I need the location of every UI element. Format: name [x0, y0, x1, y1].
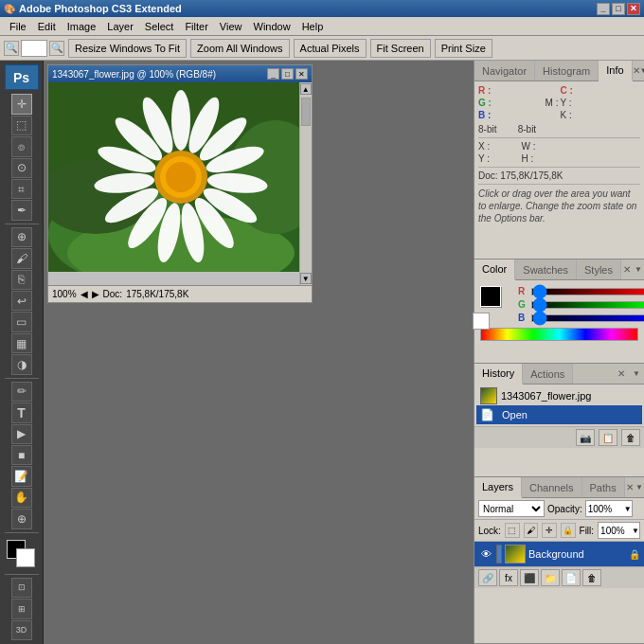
blend-mode-select[interactable]: Normal [478, 500, 545, 517]
history-snap-icon: 📄 [480, 408, 494, 421]
fit-screen-button[interactable]: Fit Screen [370, 39, 431, 58]
menu-edit[interactable]: Edit [32, 19, 62, 34]
new-group-button[interactable]: 📁 [541, 569, 560, 586]
fill-label: Fill: [580, 526, 595, 536]
history-item-open[interactable]: 📄 Open [476, 405, 642, 424]
add-mask-button[interactable]: ⬛ [520, 569, 539, 586]
spot-heal-tool[interactable]: ⊕ [11, 227, 32, 247]
quick-mask-tool[interactable]: ⊡ [11, 578, 32, 598]
print-size-button[interactable]: Print Size [435, 39, 492, 58]
tab-histogram[interactable]: Histogram [535, 61, 599, 80]
close-button[interactable]: ✕ [627, 3, 640, 15]
maximize-button[interactable]: □ [612, 3, 625, 15]
fill-arrow[interactable]: ▼ [632, 527, 639, 535]
marquee-tool[interactable]: ⬚ [11, 116, 32, 135]
tab-channels[interactable]: Channels [522, 477, 581, 497]
layer-eye-background[interactable]: 👁 [478, 546, 493, 562]
menu-select[interactable]: Select [139, 19, 180, 34]
gradient-tool[interactable]: ▦ [11, 333, 32, 353]
history-new-doc-button[interactable]: 📋 [599, 429, 617, 446]
lock-position-button[interactable]: ✛ [542, 523, 557, 538]
menu-window[interactable]: Window [248, 19, 296, 34]
notes-tool[interactable]: 📝 [11, 466, 32, 486]
b-label: B : [478, 110, 491, 120]
minimize-button[interactable]: _ [597, 3, 610, 15]
tab-styles[interactable]: Styles [577, 259, 621, 279]
color-background-swatch[interactable] [473, 313, 490, 330]
r-slider[interactable] [531, 288, 644, 295]
b-channel-label: B [518, 313, 528, 323]
screen-mode-tool[interactable]: ⊞ [11, 599, 32, 618]
hand-tool[interactable]: ✋ [11, 488, 32, 508]
image-close-button[interactable]: ✕ [295, 68, 308, 80]
b-slider[interactable] [531, 314, 644, 322]
menu-filter[interactable]: Filter [179, 19, 213, 34]
tab-color[interactable]: Color [474, 259, 515, 280]
type-tool[interactable]: T [11, 402, 32, 422]
quick-select-tool[interactable]: ⊙ [11, 158, 32, 178]
image-vscroll[interactable]: ▲ ▼ [299, 82, 312, 285]
opacity-arrow[interactable]: ▼ [624, 505, 632, 513]
zoom-all-windows-button[interactable]: Zoom All Windows [190, 39, 289, 58]
menu-layer[interactable]: Layer [101, 19, 139, 34]
zoom-out-button[interactable]: 🔍 [4, 41, 19, 56]
history-delete-button[interactable]: 🗑 [621, 429, 640, 446]
history-snapshot-button[interactable]: 📷 [576, 429, 595, 446]
color-foreground-swatch[interactable] [480, 286, 501, 307]
lock-transparent-button[interactable]: ⬚ [505, 523, 520, 538]
app-title: Adobe Photoshop CS3 Extended [19, 3, 182, 14]
info-panel-close[interactable]: ✕ [633, 61, 640, 80]
shape-tool[interactable]: ■ [11, 445, 32, 465]
brush-tool[interactable]: 🖌 [11, 248, 32, 268]
pen-tool[interactable]: ✏ [11, 382, 32, 402]
tab-swatches[interactable]: Swatches [515, 259, 577, 279]
color-spectrum[interactable] [480, 328, 638, 341]
lasso-tool[interactable]: ⌾ [11, 136, 32, 156]
tab-paths[interactable]: Paths [582, 477, 625, 497]
resize-windows-button[interactable]: Resize Windows To Fit [68, 39, 187, 58]
crop-tool[interactable]: ⌗ [11, 179, 32, 199]
history-panel-menu[interactable]: ▼ [629, 364, 644, 384]
move-tool[interactable]: ✛ [11, 94, 32, 114]
lock-all-button[interactable]: 🔒 [561, 523, 576, 538]
zoom-tool[interactable]: ⊕ [11, 509, 32, 528]
info-panel-menu[interactable]: ▼ [640, 61, 644, 80]
tab-actions[interactable]: Actions [523, 364, 573, 384]
new-layer-button[interactable]: 📄 [562, 569, 581, 586]
tab-history[interactable]: History [474, 364, 523, 385]
color-panel-menu[interactable]: ▼ [633, 259, 644, 279]
layers-panel-close[interactable]: ✕ [625, 477, 635, 497]
menu-file[interactable]: File [4, 19, 32, 34]
menu-help[interactable]: Help [296, 19, 330, 34]
path-select-tool[interactable]: ▶ [11, 424, 32, 444]
clone-tool[interactable]: ⎘ [11, 270, 32, 290]
history-brush-tool[interactable]: ↩ [11, 291, 32, 311]
tab-info[interactable]: Info [599, 61, 632, 81]
history-item-file[interactable]: 1343067_flower.jpg [476, 386, 642, 405]
layer-item-background[interactable]: 👁 Background 🔒 [474, 542, 644, 566]
3d-tool[interactable]: 3D [11, 620, 32, 640]
add-style-button[interactable]: fx [499, 569, 518, 586]
layers-panel-menu[interactable]: ▼ [635, 477, 644, 497]
tab-layers[interactable]: Layers [474, 477, 522, 498]
zoom-in-button[interactable]: 🔍 [49, 41, 64, 56]
zoom-input[interactable] [21, 40, 47, 57]
history-panel-close[interactable]: ✕ [614, 364, 629, 384]
menu-view[interactable]: View [214, 19, 248, 34]
dodge-tool[interactable]: ◑ [11, 354, 32, 374]
color-content: R 0 G 0 B 0 [474, 280, 644, 347]
g-slider[interactable] [531, 301, 644, 309]
link-layers-button[interactable]: 🔗 [478, 569, 497, 586]
delete-layer-button[interactable]: 🗑 [582, 569, 601, 586]
tab-navigator[interactable]: Navigator [474, 61, 535, 80]
eraser-tool[interactable]: ▭ [11, 312, 32, 331]
lock-image-button[interactable]: 🖌 [524, 523, 539, 538]
menu-image[interactable]: Image [62, 19, 102, 34]
image-minimize-button[interactable]: _ [267, 68, 279, 80]
image-maximize-button[interactable]: □ [281, 68, 294, 80]
background-color[interactable] [16, 548, 35, 567]
options-bar: 🔍 🔍 Resize Windows To Fit Zoom All Windo… [0, 36, 644, 61]
color-panel-close[interactable]: ✕ [621, 259, 633, 279]
eyedropper-tool[interactable]: ✒ [11, 200, 32, 220]
actual-pixels-button[interactable]: Actual Pixels [294, 39, 367, 58]
